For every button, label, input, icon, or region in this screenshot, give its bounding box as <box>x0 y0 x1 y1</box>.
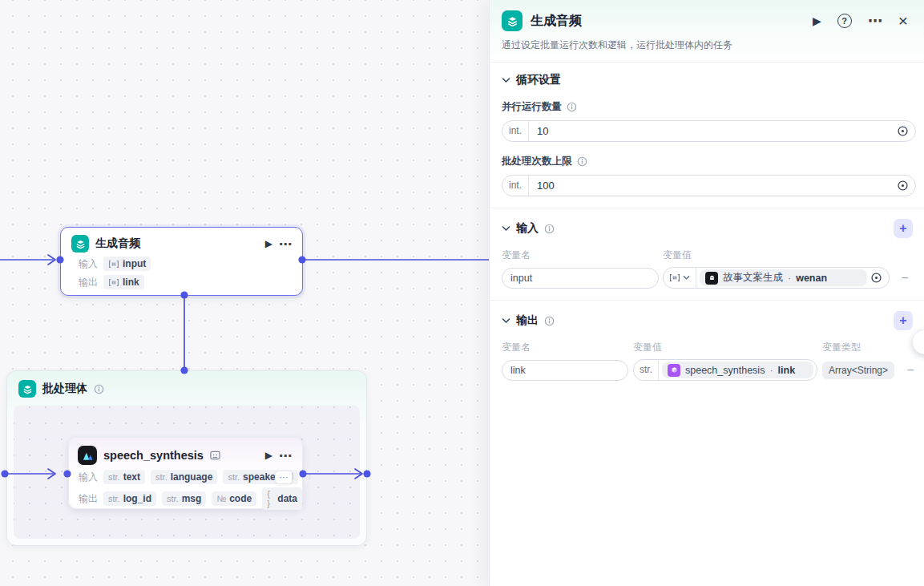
target-icon[interactable] <box>897 125 909 137</box>
input-section: 输入 + 变量名 变量值 故事文案生成·wena <box>490 208 924 301</box>
loop-settings-section: 循环设置 并行运行数量 int. 批处理次数上限 int. <box>490 63 924 208</box>
variable-value-picker: str. speech_synthesis·link <box>633 359 817 381</box>
param-tag: str.log_id <box>103 491 156 506</box>
batch-header: 批处理体 <box>7 371 366 398</box>
add-output-button[interactable]: + <box>894 311 913 330</box>
info-icon <box>544 224 555 234</box>
array-type-icon <box>108 278 119 287</box>
chevron-down-icon[interactable] <box>502 317 510 324</box>
target-icon[interactable] <box>870 272 882 284</box>
parallel-count-label: 并行运行数量 <box>502 100 916 114</box>
parallel-count-field: int. <box>502 120 916 142</box>
input-section-title: 输入 <box>516 221 539 236</box>
variable-name-input[interactable] <box>502 360 628 381</box>
llm-node-ref-icon <box>705 272 718 285</box>
help-button[interactable]: ? <box>837 14 852 28</box>
param-tag: { }data <box>262 487 302 510</box>
generate-audio-node[interactable]: 生成音频 ▶ ⋯ 输入 input 输出 link <box>60 227 303 296</box>
speech-node-title: speech_synthesis <box>103 449 204 462</box>
batch-title: 批处理体 <box>42 382 87 396</box>
batch-limit-field: int. <box>502 175 916 196</box>
panel-app-icon <box>502 10 523 31</box>
info-icon <box>94 384 104 394</box>
row-label: 输入 <box>79 471 98 484</box>
speech-synthesis-node[interactable]: speech_synthesis ▶ ⋯ 输入 str.text str.lan… <box>68 437 303 509</box>
audio-input-row: 输入 input <box>79 257 302 271</box>
speech-output-row: 输出 str.log_id str.msg №code { }data <box>79 487 302 510</box>
output-variable-row: str. speech_synthesis·link Array<String>… <box>502 359 916 381</box>
panel-subtitle: 通过设定批量运行次数和逻辑，运行批处理体内的任务 <box>502 38 916 52</box>
param-tag: str.language <box>151 470 217 484</box>
variable-type-tag: Array<String> <box>822 362 894 379</box>
remove-input-button[interactable]: − <box>894 271 916 285</box>
speech-input-row: 输入 str.text str.language str.speaker_id … <box>79 470 302 484</box>
batch-icon <box>18 380 36 398</box>
target-icon[interactable] <box>897 180 909 192</box>
info-icon <box>577 156 587 167</box>
col-variable-name: 变量名 <box>502 249 659 262</box>
run-button[interactable]: ▶ <box>813 14 821 27</box>
col-variable-value: 变量值 <box>633 341 817 354</box>
parallel-count-input[interactable] <box>529 125 897 137</box>
reference-token[interactable]: 故事文案生成·wenan <box>700 269 867 286</box>
batch-limit-input[interactable] <box>529 180 897 192</box>
speech-node-icon <box>78 446 97 465</box>
col-variable-value: 变量值 <box>663 249 890 262</box>
close-button[interactable]: × <box>898 14 908 28</box>
plugin-ref-icon <box>668 364 680 377</box>
chevron-down-icon[interactable] <box>502 77 510 83</box>
str-type-prefix: str. <box>634 360 659 380</box>
param-tag: str.msg <box>162 491 206 506</box>
input-variable-row: 故事文案生成·wenan − <box>502 267 916 289</box>
node-run-button[interactable]: ▶ <box>265 238 272 249</box>
more-params-button[interactable]: ⋯ <box>275 471 293 484</box>
param-tag-truncated: №sp <box>304 470 313 484</box>
node-config-panel: 生成音频 ▶ ? ⋯ × 通过设定批量运行次数和逻辑，运行批处理体内的任务 循环… <box>489 0 924 586</box>
param-tag: input <box>103 257 151 271</box>
remove-output-button[interactable]: − <box>899 363 922 378</box>
node-more-button[interactable]: ⋯ <box>279 448 293 463</box>
param-tag: str.text <box>103 470 145 484</box>
int-type-prefix: int. <box>502 121 529 141</box>
param-tag: link <box>103 275 144 289</box>
chevron-down-icon <box>683 275 690 281</box>
int-type-prefix: int. <box>502 176 529 196</box>
node-more-button[interactable]: ⋯ <box>279 236 293 252</box>
col-variable-name: 变量名 <box>502 341 628 354</box>
audio-node-title: 生成音频 <box>95 236 140 251</box>
info-icon <box>544 316 555 326</box>
panel-header: 生成音频 ▶ ? ⋯ × 通过设定批量运行次数和逻辑，运行批处理体内的任务 <box>490 0 924 63</box>
output-section: 输出 + 变量名 变量值 变量类型 str. speech_synthesis·… <box>490 301 924 392</box>
col-variable-type: 变量类型 <box>822 341 889 354</box>
audio-output-row: 输出 link <box>79 275 302 289</box>
type-select[interactable] <box>664 268 696 288</box>
variable-name-input[interactable] <box>502 268 659 289</box>
output-section-title: 输出 <box>516 313 539 328</box>
array-type-icon <box>108 260 119 269</box>
plugin-badge-icon <box>210 451 220 460</box>
audio-node-icon <box>71 235 89 253</box>
batch-limit-label: 批处理次数上限 <box>502 155 916 168</box>
chevron-down-icon[interactable] <box>502 225 510 232</box>
row-label: 输入 <box>79 257 98 271</box>
row-label: 输出 <box>79 276 98 289</box>
array-type-icon <box>669 273 680 282</box>
add-input-button[interactable]: + <box>894 219 913 238</box>
reference-token[interactable]: speech_synthesis·link <box>662 362 813 378</box>
panel-title: 生成音频 <box>531 13 582 30</box>
node-run-button[interactable]: ▶ <box>265 450 272 461</box>
loop-settings-title: 循环设置 <box>516 73 561 87</box>
variable-value-picker: 故事文案生成·wenan <box>663 267 890 289</box>
info-icon <box>567 102 577 112</box>
row-label: 输出 <box>79 492 98 506</box>
param-tag: №code <box>212 491 256 506</box>
more-button[interactable]: ⋯ <box>868 12 882 30</box>
